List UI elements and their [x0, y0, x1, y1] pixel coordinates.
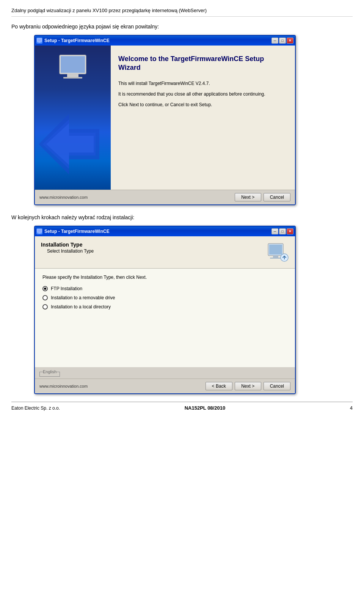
dialog2-title: Setup - TargetFirmwareWinCE: [44, 229, 271, 234]
dialog2-cancel-button[interactable]: Cancel: [264, 382, 290, 390]
welcome-content: Welcome to the TargetFirmwareWinCE Setup…: [35, 46, 295, 190]
page-footer: Eaton Electric Sp. z o.o. NA152PL 08/201…: [11, 402, 353, 411]
language-fieldset: English: [39, 369, 60, 377]
svg-rect-15: [273, 256, 278, 258]
radio-local-label: Installation to a local directory: [51, 304, 111, 310]
dialog1-titlebar: Setup - TargetFirmwareWinCE ─ □ ✕: [35, 36, 295, 46]
welcome-desc1: This will install TargetFirmwareWinCE V2…: [118, 80, 287, 87]
svg-rect-12: [38, 233, 41, 234]
section2-text: W kolejnych krokach należy wybrać rodzaj…: [11, 214, 353, 220]
restore-button[interactable]: □: [279, 38, 286, 44]
radio-local[interactable]: Installation to a local directory: [42, 304, 287, 310]
dialog2-body: Installation Type Select Installation Ty…: [35, 236, 295, 393]
radio-removable[interactable]: Installation to a removable drive: [42, 295, 287, 300]
install-lang-bar: English: [35, 367, 295, 379]
dialog2-buttons: < Back Next > Cancel: [206, 382, 290, 390]
minimize-button[interactable]: ─: [271, 38, 278, 44]
language-legend: English: [43, 369, 56, 374]
svg-rect-16: [270, 258, 281, 259]
footer-left: Eaton Electric Sp. z o.o.: [11, 405, 60, 411]
dialog2-next-button[interactable]: Next >: [235, 382, 261, 390]
footer-right: 4: [350, 405, 353, 411]
page-header: Zdalny podgląd wizualizacji z panelu XV1…: [11, 8, 353, 17]
radio-ftp-circle: [42, 286, 48, 291]
install-type-title: Installation Type: [41, 242, 262, 248]
svg-rect-6: [63, 77, 82, 79]
dialog1-next-button[interactable]: Next >: [235, 193, 261, 201]
radio-local-circle: [42, 304, 48, 310]
dialog2-close-button[interactable]: ✕: [287, 228, 293, 234]
svg-rect-14: [269, 245, 282, 255]
radio-ftp-label: FTP Installation: [51, 286, 82, 291]
welcome-dialog: Setup - TargetFirmwareWinCE ─ □ ✕: [34, 35, 296, 205]
dialog2-restore-button[interactable]: □: [279, 228, 286, 234]
dialog2-titlebar: Setup - TargetFirmwareWinCE ─ □ ✕: [35, 226, 295, 236]
dialog1-window-controls: ─ □ ✕: [271, 38, 293, 44]
dialog1-title: Setup - TargetFirmwareWinCE: [44, 38, 271, 43]
footer-center: NA152PL 08/2010: [185, 405, 225, 411]
dialog1-buttons: Next > Cancel: [235, 193, 290, 201]
svg-rect-10: [37, 229, 42, 233]
install-type-subtitle: Select Installation Type: [41, 248, 262, 254]
dialog2-url: www.microinnovation.com: [39, 384, 88, 388]
install-header-text: Installation Type Select Installation Ty…: [41, 242, 262, 254]
install-body: Please specify the Installation Type, th…: [35, 269, 295, 367]
svg-rect-11: [39, 233, 40, 233]
dialog2-minimize-button[interactable]: ─: [271, 228, 278, 234]
svg-rect-1: [39, 42, 40, 42]
install-desc: Please specify the Installation Type, th…: [42, 275, 287, 280]
install-dialog: Setup - TargetFirmwareWinCE ─ □ ✕ Instal…: [34, 226, 296, 394]
svg-rect-4: [61, 56, 85, 73]
dialog1-body: Welcome to the TargetFirmwareWinCE Setup…: [35, 46, 295, 204]
welcome-right-panel: Welcome to the TargetFirmwareWinCE Setup…: [111, 46, 295, 190]
svg-rect-5: [67, 74, 78, 77]
computer-icon: [54, 53, 92, 83]
welcome-desc2: It is recommended that you close all oth…: [118, 91, 287, 97]
dialog2-back-button[interactable]: < Back: [206, 382, 232, 390]
welcome-left-panel: [35, 46, 111, 190]
dialog2-icon: [36, 228, 42, 234]
welcome-desc3: Click Next to continue, or Cancel to exi…: [118, 101, 287, 108]
dialog2-footer: www.microinnovation.com < Back Next > Ca…: [35, 379, 295, 393]
header-text: Zdalny podgląd wizualizacji z panelu XV1…: [11, 8, 207, 13]
install-header-icon: [266, 242, 289, 264]
svg-rect-0: [37, 38, 42, 42]
section1-text: Po wybraniu odpowiedniego języka pojawi …: [11, 24, 353, 30]
dialog1-icon: [36, 38, 42, 44]
dialog1-cancel-button[interactable]: Cancel: [264, 193, 290, 201]
arrow-decoration: [39, 114, 99, 174]
install-header: Installation Type Select Installation Ty…: [35, 236, 295, 269]
radio-ftp[interactable]: FTP Installation: [42, 286, 287, 291]
dialog1-footer: www.microinnovation.com Next > Cancel: [35, 190, 295, 204]
radio-removable-circle: [42, 295, 48, 300]
svg-rect-2: [38, 42, 41, 43]
dialog2-window-controls: ─ □ ✕: [271, 228, 293, 234]
welcome-title: Welcome to the TargetFirmwareWinCE Setup…: [118, 55, 287, 72]
close-button[interactable]: ✕: [287, 38, 293, 44]
dialog1-url: www.microinnovation.com: [39, 195, 88, 200]
radio-removable-label: Installation to a removable drive: [51, 295, 115, 300]
